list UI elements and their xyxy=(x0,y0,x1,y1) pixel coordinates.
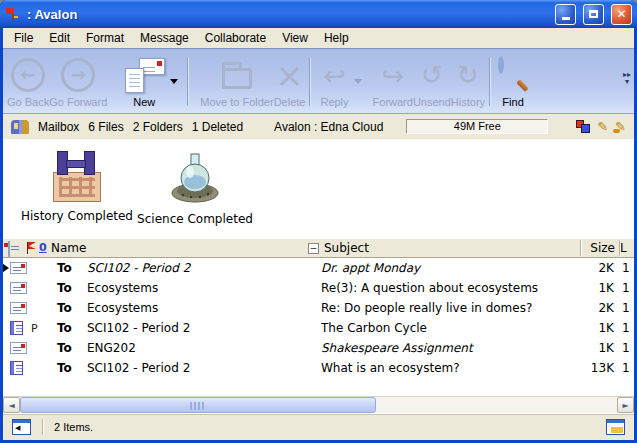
free-space-gauge: 49M Free xyxy=(406,119,548,134)
row-size: 2K xyxy=(576,261,622,275)
reply-button[interactable]: Reply xyxy=(320,52,348,111)
scroll-left-arrow-icon[interactable] xyxy=(3,397,20,413)
row-size: 2K xyxy=(576,301,622,315)
collapse-box-icon[interactable] xyxy=(308,243,319,254)
row-subject: Re: Do people really live in domes? xyxy=(321,301,576,315)
current-row-pointer-icon xyxy=(3,263,9,273)
notebook-icon xyxy=(10,361,23,375)
folder-item-science-completed[interactable]: Science Completed xyxy=(133,151,257,226)
row-name: ENG202 xyxy=(81,341,321,355)
row-date: 1 xyxy=(622,341,634,355)
delete-label: Delete xyxy=(274,96,306,108)
reply-dropdown-arrow-icon[interactable] xyxy=(354,79,362,84)
column-header-size[interactable]: Size xyxy=(575,241,615,255)
row-date: 1 xyxy=(622,261,634,275)
menu-help[interactable]: Help xyxy=(316,29,357,47)
menu-format[interactable]: Format xyxy=(78,29,132,47)
new-message-button[interactable]: New xyxy=(123,52,165,111)
horizontal-scrollbar[interactable] xyxy=(3,396,634,413)
message-row[interactable]: To Ecosystems Re(3): A question about ec… xyxy=(3,278,634,298)
collapse-pane-icon[interactable] xyxy=(12,419,31,435)
row-date: 1 xyxy=(622,281,634,295)
menu-file[interactable]: File xyxy=(6,29,41,47)
menu-collaborate[interactable]: Collaborate xyxy=(197,29,274,47)
folder-icon-pane: History Completed Science Complete xyxy=(3,139,634,238)
move-to-folder-label: Move to Folder xyxy=(200,96,273,108)
minimize-button[interactable] xyxy=(555,4,576,25)
menu-message[interactable]: Message xyxy=(132,29,197,47)
row-size: 13K xyxy=(576,361,622,375)
row-to: To xyxy=(47,361,81,375)
go-back-button[interactable]: Go Back xyxy=(7,52,49,111)
row-size: 1K xyxy=(576,281,622,295)
message-row[interactable]: To SCI102 - Period 2 What is an ecosyste… xyxy=(3,358,634,378)
column-header-last-modified[interactable]: L xyxy=(620,241,630,255)
toolbar-separator xyxy=(309,57,310,106)
scrollbar-thumb[interactable] xyxy=(20,397,376,413)
row-size: 1K xyxy=(576,341,622,355)
row-name: SCI102 - Period 2 xyxy=(81,361,321,375)
signature-pen-icon[interactable] xyxy=(615,119,626,134)
forward-button[interactable]: Forward xyxy=(373,52,413,111)
go-forward-button[interactable]: Go Forward xyxy=(49,52,107,111)
envelope-icon xyxy=(10,262,27,274)
forward-arrow-icon xyxy=(61,58,95,92)
row-to: To xyxy=(47,301,81,315)
history-button[interactable]: History xyxy=(451,52,485,111)
unsend-button[interactable]: Unsend xyxy=(413,52,451,111)
folder-icon xyxy=(222,68,252,89)
envelope-icon xyxy=(10,342,27,354)
menu-edit[interactable]: Edit xyxy=(41,29,78,47)
toolbar: Go Back Go Forward New Move to Folde xyxy=(3,48,634,113)
forward-label: Forward xyxy=(373,96,413,108)
row-to: To xyxy=(47,261,81,275)
file-count: 6 Files xyxy=(88,120,123,134)
history-globe-icon xyxy=(457,62,479,88)
envelope-icon xyxy=(10,302,27,314)
window-title: : Avalon xyxy=(27,7,548,22)
account-name: Avalon : Edna Cloud xyxy=(274,120,383,134)
window-content: File Edit Format Message Collaborate Vie… xyxy=(3,28,634,440)
find-button[interactable]: Find xyxy=(498,52,528,111)
flag-column-icon[interactable] xyxy=(27,242,36,254)
back-arrow-icon xyxy=(11,58,45,92)
minimize-icon xyxy=(562,17,570,20)
scroll-right-arrow-icon[interactable] xyxy=(617,397,634,413)
find-label: Find xyxy=(502,96,523,108)
row-subject: Re(3): A question about ecosystems xyxy=(321,281,576,295)
close-button[interactable] xyxy=(611,4,632,25)
new-dropdown-arrow-icon[interactable] xyxy=(170,79,178,84)
title-bar[interactable]: : Avalon xyxy=(0,0,637,28)
move-to-folder-button[interactable]: Move to Folder xyxy=(200,52,273,111)
folder-item-history-completed[interactable]: History Completed xyxy=(15,151,139,223)
row-to: To xyxy=(47,281,81,295)
toolbar-overflow-chevron-icon[interactable] xyxy=(623,71,631,85)
science-flask-icon xyxy=(167,151,223,206)
column-header-subject[interactable]: Subject xyxy=(324,241,369,255)
message-row[interactable]: To Ecosystems Re: Do people really live … xyxy=(3,298,634,318)
message-row[interactable]: P To SCI102 - Period 2 The Carbon Cycle … xyxy=(3,318,634,338)
message-row[interactable]: To ENG202 Shakespeare Assignment 1K 1 xyxy=(3,338,634,358)
new-label: New xyxy=(133,96,155,108)
folder-name: Mailbox xyxy=(38,120,79,134)
delete-x-icon xyxy=(275,58,304,92)
maximize-icon xyxy=(589,10,598,18)
message-type-column-icon[interactable] xyxy=(8,241,10,257)
envelope-icon xyxy=(10,282,27,294)
menu-view[interactable]: View xyxy=(274,29,316,47)
row-to: To xyxy=(47,321,81,335)
toolbar-separator xyxy=(187,57,188,106)
message-row[interactable]: To SCI102 - Period 2 Dr. appt Monday 2K … xyxy=(3,258,634,278)
message-list: To SCI102 - Period 2 Dr. appt Monday 2K … xyxy=(3,258,634,396)
maximize-button[interactable] xyxy=(583,4,604,25)
reply-label: Reply xyxy=(320,96,348,108)
column-header-name[interactable]: Name xyxy=(51,241,86,255)
layers-icon[interactable] xyxy=(576,120,590,133)
delete-button[interactable]: Delete xyxy=(274,52,306,111)
mailbox-icon xyxy=(11,120,29,134)
split-view-icon[interactable] xyxy=(606,419,625,435)
close-icon xyxy=(616,7,626,21)
attachment-column-icon[interactable]: 0 xyxy=(39,241,47,254)
pencil-icon[interactable] xyxy=(597,119,608,134)
history-label: History xyxy=(451,96,485,108)
